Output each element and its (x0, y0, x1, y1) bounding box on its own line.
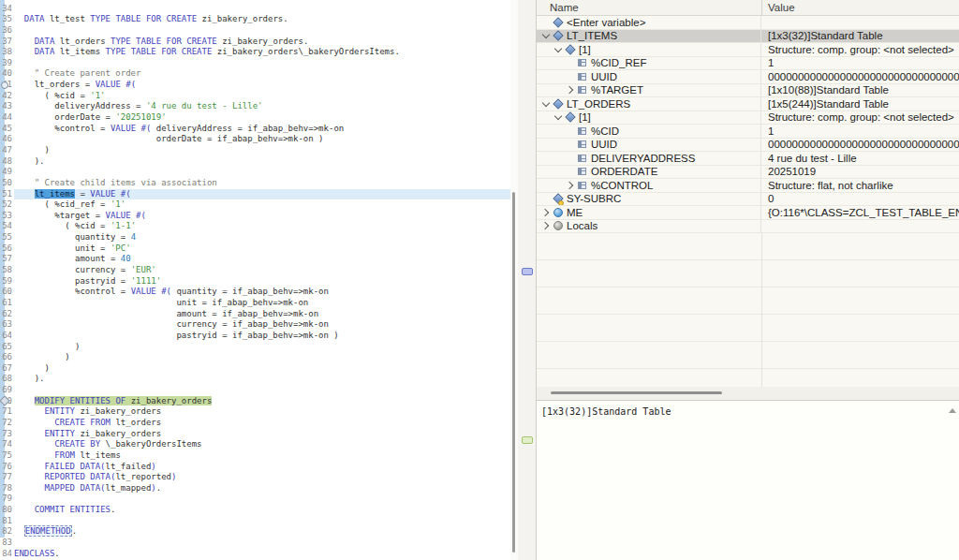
variables-tree[interactable]: <Enter variable>LT_ITEMS[1x3(32)]Standar… (537, 16, 959, 387)
variable-name-cell[interactable]: [1] (537, 43, 761, 56)
variable-value[interactable]: 00000000000000000000000000000000 (761, 139, 959, 152)
line-number[interactable]: 74 (0, 439, 12, 450)
code-line[interactable]: ) (14, 363, 510, 375)
line-number[interactable]: 52 (0, 199, 12, 211)
code-line[interactable]: amount = 40 (14, 254, 510, 265)
variable-row[interactable]: %CID_REF1 (537, 57, 959, 71)
code-line[interactable]: ( %cid_ref = '1' (14, 199, 510, 211)
variable-name-cell[interactable]: ME (537, 206, 761, 219)
line-number[interactable]: 60 (0, 287, 12, 298)
line-number[interactable]: 38 (0, 47, 12, 58)
variable-value[interactable]: 1 (761, 57, 959, 70)
variable-row[interactable]: <Enter variable> (537, 16, 959, 30)
code-line[interactable] (14, 494, 510, 505)
line-number[interactable]: 55 (0, 232, 12, 243)
occurrence-marker[interactable] (522, 268, 533, 275)
code-line[interactable]: CREATE FROM lt_orders (14, 418, 510, 429)
variable-name-cell[interactable]: UUID (537, 139, 761, 152)
variable-row[interactable]: %CID1 (537, 125, 959, 139)
line-number[interactable]: 72 (0, 418, 12, 429)
code-line[interactable]: orderDate = if_abap_behv=>mk-on ) (14, 134, 510, 145)
code-line[interactable]: currency = if_abap_behv=>mk-on (14, 319, 510, 331)
variable-value[interactable] (761, 16, 959, 29)
code-editor[interactable]: 3334353637383940414243444546474849505152… (0, 0, 536, 560)
code-line[interactable]: DATA lt_test TYPE TABLE FOR CREATE zi_ba… (14, 14, 510, 25)
variable-row[interactable]: SY-SUBRC0 (537, 193, 959, 207)
variable-name-cell[interactable]: [1] (537, 111, 761, 125)
code-line[interactable]: unit = if_abap_behv=>mk-on (14, 298, 510, 309)
tree-expander-icon[interactable] (552, 115, 564, 119)
line-number[interactable]: 67 (0, 363, 12, 375)
variable-value[interactable]: 1 (761, 125, 959, 138)
variable-value[interactable]: 0 (761, 193, 959, 206)
line-number[interactable]: 78 (0, 483, 12, 494)
line-number[interactable]: 37 (0, 37, 12, 48)
tree-expander-icon[interactable] (564, 87, 576, 93)
line-number[interactable]: 83 (0, 538, 12, 549)
line-number[interactable]: 63 (0, 319, 12, 331)
variable-row[interactable]: Locals (537, 220, 959, 234)
variable-row[interactable]: LT_ITEMS[1x3(32)]Standard Table (537, 30, 959, 44)
variable-name-cell[interactable]: %CID (537, 125, 761, 138)
scrollbar-thumb[interactable] (512, 192, 515, 553)
variables-horizontal-scrollbar[interactable] (537, 387, 959, 400)
line-number[interactable]: 59 (0, 276, 12, 287)
tree-expander-icon[interactable] (539, 34, 552, 37)
code-line[interactable]: ) (14, 145, 510, 156)
line-number[interactable]: 66 (0, 352, 12, 363)
variable-name-cell[interactable]: DELIVERYADDRESS (537, 152, 761, 165)
code-line[interactable] (14, 25, 510, 37)
code-line[interactable]: ( %cid = '1' (14, 91, 510, 102)
code-line[interactable]: MAPPED DATA(lt_mapped). (14, 483, 510, 494)
line-number[interactable]: 57 (0, 254, 12, 265)
variable-row[interactable]: DELIVERYADDRESS4 rue du test - Lille (537, 152, 959, 166)
line-number[interactable]: 80 (0, 505, 12, 516)
variable-row[interactable]: %TARGET[1x10(88)]Standard Table (537, 84, 959, 98)
line-number[interactable]: 56 (0, 243, 12, 255)
code-line[interactable]: ) (14, 342, 510, 353)
line-number[interactable]: 75 (0, 450, 12, 462)
variable-name-cell[interactable]: Locals (537, 220, 761, 233)
line-number[interactable]: 54 (0, 221, 12, 232)
line-number[interactable]: 44 (0, 112, 12, 124)
variable-row[interactable]: ME{O:116*\CLASS=ZCL_TEST_TABLE_ENTITIES} (537, 206, 959, 220)
line-number[interactable]: 71 (0, 406, 12, 418)
code-line[interactable]: amount = if_abap_behv=>mk-on (14, 309, 510, 320)
code-line[interactable]: CREATE BY \_bakeryOrdersItems (14, 439, 510, 450)
variable-value[interactable]: [1x3(32)]Standard Table (761, 30, 959, 43)
variable-name-cell[interactable]: LT_ORDERS (537, 97, 761, 111)
code-area[interactable]: COMMIT ENTITIES. DATA lt_test TYPE TABLE… (14, 0, 510, 559)
variable-detail-pane[interactable]: [1x3(32)]Standard Table (537, 400, 959, 560)
variables-header-row[interactable]: Name Value (537, 0, 959, 16)
tree-expander-icon[interactable] (539, 223, 552, 228)
code-line[interactable]: ). (14, 374, 510, 385)
line-number[interactable]: 47 (0, 145, 12, 156)
line-number[interactable]: 34 (0, 4, 12, 15)
code-line[interactable]: " Create child items via association (14, 178, 510, 189)
code-line[interactable] (14, 538, 510, 549)
variable-row[interactable]: [1]Structure: comp. group: <not selected… (537, 43, 959, 57)
line-number[interactable]: 65 (0, 342, 12, 353)
line-number[interactable]: 84 (0, 549, 12, 560)
line-number[interactable]: 61 (0, 298, 12, 309)
column-header-value[interactable]: Value (768, 2, 795, 13)
variable-name-cell[interactable]: UUID (537, 70, 761, 83)
scrollbar-thumb[interactable] (551, 391, 722, 394)
code-line[interactable]: unit = 'PC' (14, 243, 510, 255)
code-line[interactable]: orderDate = '20251019' (14, 112, 510, 124)
line-number[interactable]: 53 (0, 211, 12, 222)
variable-value[interactable]: 4 rue du test - Lille (761, 152, 959, 165)
line-number[interactable]: 62 (0, 309, 12, 320)
variable-value[interactable]: [1x5(244)]Standard Table (761, 97, 959, 111)
variable-row[interactable]: %CONTROLStructure: flat, not charlike (537, 179, 959, 193)
code-line[interactable]: quantity = 4 (14, 232, 510, 243)
code-line[interactable]: deliveryAddress = '4 rue du test - Lille… (14, 101, 510, 112)
variable-row[interactable]: [1]Structure: comp. group: <not selected… (537, 111, 959, 125)
line-number[interactable]: 35 (0, 14, 12, 25)
code-line[interactable]: ENTITY zi_bakery_orders (14, 429, 510, 440)
column-header-name[interactable]: Name (550, 2, 579, 13)
variable-name-cell[interactable]: <Enter variable> (537, 16, 761, 29)
code-line[interactable]: %control = VALUE #( deliveryAddress = if… (14, 124, 510, 135)
variable-value[interactable]: 20251019 (761, 166, 959, 179)
code-line[interactable]: ENDMETHOD. (14, 526, 510, 538)
